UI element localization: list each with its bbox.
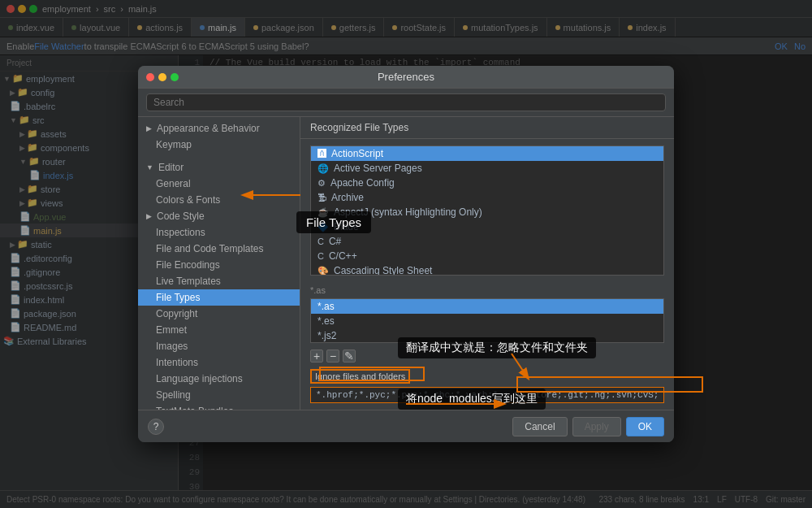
dialog-right-panel: Recognized File Types 🅰 ActionScript 🌐 A… — [300, 117, 674, 410]
pref-item-lang-injections[interactable]: Language injections — [138, 371, 300, 387]
css-icon: 🎨 — [317, 266, 329, 276]
footer-left: ? — [148, 419, 164, 435]
footer-right: Cancel Apply OK — [512, 417, 664, 436]
patterns-label: *.as — [310, 285, 664, 295]
pref-item-intentions[interactable]: Intentions — [138, 354, 300, 371]
patterns-list[interactable]: *.as *.es *.js2 — [310, 298, 664, 343]
ft-item-apache[interactable]: ⚙ Apache Config — [311, 176, 663, 190]
pref-item-emmet[interactable]: Emmet — [138, 322, 300, 338]
pref-item-live-templates[interactable]: Live Templates — [138, 273, 300, 289]
ignore-section: Ignore files and folders — [300, 366, 674, 408]
pref-item-file-code-templates[interactable]: File and Code Templates — [138, 241, 300, 257]
ft-item-actionscript[interactable]: 🅰 ActionScript — [311, 146, 663, 161]
pattern-item-js2[interactable]: *.js2 — [311, 328, 663, 343]
aspectj-icon: ☕ — [317, 207, 329, 218]
dialog-right-header: Recognized File Types — [300, 117, 674, 139]
ft-item-cpp[interactable]: C C/C++ — [311, 249, 663, 263]
modal-overlay: Preferences ▶ Appearance & Behavior Keym… — [0, 0, 812, 508]
pref-item-textmate[interactable]: TextMate Bundles — [138, 403, 300, 410]
pref-item-keymap[interactable]: Keymap — [138, 137, 300, 153]
cancel-button[interactable]: Cancel — [512, 417, 567, 436]
ft-item-blade[interactable]: 🔷 Blade — [311, 219, 663, 234]
arrow-icon: ▶ — [146, 212, 152, 220]
patterns-section: *.as *.as *.es *.js2 — [300, 282, 674, 346]
ignore-files-input[interactable] — [310, 387, 664, 403]
edit-pattern-button[interactable]: ✎ — [343, 350, 356, 363]
add-pattern-button[interactable]: + — [310, 350, 323, 363]
dialog-left-panel: ▶ Appearance & Behavior Keymap ▼ Editor … — [138, 117, 300, 410]
dialog-title: Preferences — [378, 71, 434, 83]
pref-item-code-style[interactable]: ▶ Code Style — [138, 208, 300, 224]
apply-button[interactable]: Apply — [572, 417, 621, 436]
asp-icon: 🌐 — [317, 163, 329, 174]
pref-group-editor-header[interactable]: ▼ Editor — [138, 159, 300, 176]
pref-group-appearance: ▶ Appearance & Behavior Keymap — [138, 117, 300, 156]
help-button[interactable]: ? — [148, 419, 164, 435]
ft-item-asp[interactable]: 🌐 Active Server Pages — [311, 161, 663, 176]
dialog-footer: ? Cancel Apply OK — [138, 410, 674, 442]
ft-item-css[interactable]: 🎨 Cascading Style Sheet — [311, 263, 663, 276]
dialog-traffic-lights — [146, 73, 179, 81]
pref-item-copyright[interactable]: Copyright — [138, 306, 300, 322]
file-type-list[interactable]: 🅰 ActionScript 🌐 Active Server Pages ⚙ A… — [310, 145, 664, 276]
dialog-close-button[interactable] — [146, 73, 154, 81]
file-types-section: 🅰 ActionScript 🌐 Active Server Pages ⚙ A… — [300, 139, 674, 282]
patterns-toolbar: + − ✎ — [300, 346, 674, 366]
arrow-icon: ▼ — [146, 163, 153, 172]
pref-item-inspections[interactable]: Inspections — [138, 224, 300, 241]
pref-group-editor: ▼ Editor General Colors & Fonts ▶ Code S… — [138, 156, 300, 410]
pref-item-images[interactable]: Images — [138, 338, 300, 354]
dialog-body: ▶ Appearance & Behavior Keymap ▼ Editor … — [138, 117, 674, 410]
pref-item-file-encodings[interactable]: File Encodings — [138, 257, 300, 273]
pref-group-appearance-header[interactable]: ▶ Appearance & Behavior — [138, 120, 300, 137]
dialog-search-bar — [138, 89, 674, 117]
arrow-icon: ▶ — [146, 124, 152, 132]
pref-item-colors-fonts[interactable]: Colors & Fonts — [138, 192, 300, 208]
ignore-files-label: Ignore files and folders — [310, 369, 410, 384]
archive-icon: 🗜 — [317, 193, 326, 202]
dialog-maximize-button[interactable] — [171, 73, 179, 81]
ft-item-aspectj[interactable]: ☕ AspectJ (syntax Highlighting Only) — [311, 205, 663, 219]
preferences-dialog: Preferences ▶ Appearance & Behavior Keym… — [138, 66, 674, 442]
blade-icon: 🔷 — [317, 222, 329, 232]
remove-pattern-button[interactable]: − — [326, 350, 339, 363]
cs-icon: C — [317, 237, 324, 246]
search-input[interactable] — [146, 93, 666, 111]
cpp-icon: C — [317, 251, 324, 261]
pref-item-file-types[interactable]: File Types — [138, 289, 300, 306]
pattern-item-es[interactable]: *.es — [311, 314, 663, 328]
apache-icon: ⚙ — [317, 178, 326, 189]
dialog-minimize-button[interactable] — [158, 73, 166, 81]
pref-item-spelling[interactable]: Spelling — [138, 387, 300, 403]
ok-button[interactable]: OK — [626, 417, 664, 436]
pref-item-general[interactable]: General — [138, 176, 300, 192]
as-icon: 🅰 — [317, 149, 326, 158]
ft-item-archive[interactable]: 🗜 Archive — [311, 190, 663, 205]
dialog-titlebar: Preferences — [138, 66, 674, 89]
ft-item-csharp[interactable]: C C# — [311, 234, 663, 249]
pattern-item-as[interactable]: *.as — [311, 299, 663, 314]
